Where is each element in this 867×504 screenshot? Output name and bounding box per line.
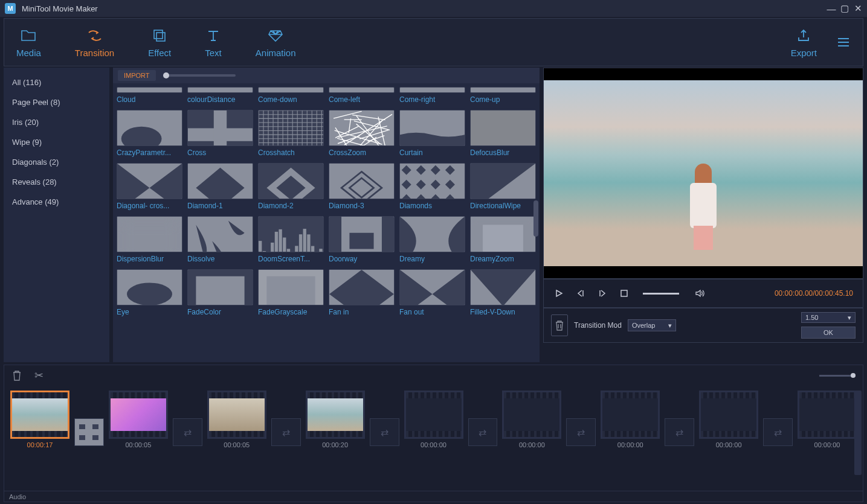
transition-item[interactable]: colourDistance	[187, 87, 253, 104]
transition-slot[interactable]: ⇄	[468, 418, 498, 446]
sidebar-item-reveals[interactable]: Reveals (28)	[4, 172, 109, 192]
transition-label: Diamond-3	[329, 202, 395, 210]
transition-label: Cross	[187, 148, 253, 157]
transition-slot[interactable]: ⇄	[370, 418, 399, 446]
audio-track-label: Audio	[4, 491, 863, 502]
timeline-clip[interactable]: 00:00:00	[601, 391, 660, 486]
prev-frame-icon[interactable]	[575, 288, 586, 299]
transition-slot[interactable]: ⇄	[271, 418, 301, 446]
grid-scrollbar[interactable]	[533, 86, 538, 351]
transition-slot[interactable]: ⇄	[173, 418, 202, 446]
transition-item[interactable]: DoomScreenT...	[258, 216, 324, 263]
timeline-clip[interactable]: 00:00:05	[109, 391, 168, 486]
transition-item[interactable]: FadeGrayscale	[258, 269, 324, 316]
transition-item[interactable]: Diamond-1	[187, 163, 253, 210]
export-button[interactable]: Export	[791, 27, 817, 58]
timeline-clip[interactable]: 00:00:05	[207, 391, 266, 486]
transition-item[interactable]: DirectionalWipe	[470, 163, 536, 210]
next-frame-icon[interactable]	[597, 288, 608, 299]
transition-item[interactable]: Diagonal- cros...	[117, 163, 182, 210]
transition-mode-select[interactable]: Overlap ▾	[628, 319, 676, 331]
transition-item[interactable]: CrossZoom	[329, 110, 395, 157]
timeline-zoom-slider[interactable]	[819, 375, 856, 377]
timeline-scrollbar[interactable]	[854, 391, 862, 475]
timeline-clip[interactable]: 00:00:00	[502, 391, 561, 486]
transition-button[interactable]: Transition	[75, 27, 114, 58]
player-controls: 00:00:00.00/00:00:45.10	[543, 279, 863, 308]
video-preview[interactable]	[543, 68, 863, 279]
effect-button[interactable]: Effect	[148, 27, 171, 58]
transition-slot[interactable]: ⇄	[566, 418, 596, 446]
transition-item[interactable]: Diamonds	[399, 163, 465, 210]
sidebar-item-iris[interactable]: Iris (20)	[4, 112, 109, 132]
volume-icon[interactable]	[695, 288, 706, 299]
transition-item[interactable]: DreamyZoom	[470, 216, 536, 263]
stop-icon[interactable]	[619, 288, 630, 299]
timeline-cut-button[interactable]: ✂	[34, 369, 44, 382]
transition-item[interactable]: Fan out	[399, 269, 465, 316]
transition-item[interactable]: Crosshatch	[258, 110, 324, 157]
transition-item[interactable]: Doorway	[329, 216, 395, 263]
maximize-icon[interactable]: ▢	[840, 4, 849, 13]
minimize-icon[interactable]: —	[827, 4, 836, 13]
sidebar-item-diagonals[interactable]: Diagonals (2)	[4, 152, 109, 172]
transition-thumbnail	[470, 163, 536, 199]
thumbnail-zoom-slider[interactable]	[163, 74, 236, 77]
svg-rect-74	[275, 232, 278, 252]
transition-label: Come-down	[258, 95, 324, 104]
sidebar-item-advance[interactable]: Advance (49)	[4, 192, 109, 212]
timeline-clip[interactable]: 00:00:17	[10, 391, 69, 486]
progress-slider[interactable]	[643, 293, 679, 295]
transition-item[interactable]: Cloud	[117, 87, 182, 104]
sidebar-item-all[interactable]: All (116)	[4, 72, 109, 92]
transition-item[interactable]: FadeColor	[187, 269, 253, 316]
clip-duration: 00:00:17	[27, 441, 53, 448]
menu-button[interactable]	[836, 34, 851, 51]
text-button[interactable]: Text	[205, 27, 222, 58]
timeline-clip[interactable]: 00:00:00	[699, 391, 758, 486]
transition-thumbnail	[117, 87, 182, 93]
svg-rect-76	[283, 238, 286, 252]
transition-item[interactable]: Dissolve	[187, 216, 253, 263]
transition-grid-panel: IMPORT CloudcolourDistanceCome-downCome-…	[113, 68, 540, 362]
transition-slot[interactable]: ⇄	[665, 418, 694, 446]
transition-item[interactable]: DispersionBlur	[117, 216, 182, 263]
transition-thumbnail	[258, 269, 324, 305]
delete-transition-button[interactable]	[551, 314, 568, 336]
animation-button[interactable]: Animation	[256, 27, 296, 58]
transition-item[interactable]: Come-right	[399, 87, 465, 104]
transition-item[interactable]: Fan in	[329, 269, 395, 316]
import-button[interactable]: IMPORT	[118, 70, 156, 81]
timeline-clip[interactable]: 00:00:00	[798, 391, 857, 486]
close-icon[interactable]: ✕	[854, 4, 862, 13]
transition-item[interactable]: CrazyParametr...	[117, 110, 182, 157]
transition-item[interactable]: Come-down	[258, 87, 324, 104]
svg-rect-0	[154, 30, 163, 39]
transition-item[interactable]: Come-up	[470, 87, 536, 104]
transition-mode-label: Transition Mod	[574, 321, 622, 330]
transition-item[interactable]: Come-left	[329, 87, 395, 104]
transition-slot[interactable]	[74, 418, 104, 446]
transition-item[interactable]: DefocusBlur	[470, 110, 536, 157]
media-button[interactable]: Media	[16, 27, 41, 58]
transition-item[interactable]: Dreamy	[399, 216, 465, 263]
transition-item[interactable]: Eye	[117, 269, 182, 316]
transition-item[interactable]: Diamond-2	[258, 163, 324, 210]
svg-rect-92	[483, 225, 523, 252]
clip-duration: 00:00:20	[322, 441, 348, 448]
duration-select[interactable]: 1.50 ▾	[801, 312, 856, 323]
transition-thumbnail	[329, 269, 395, 305]
sidebar-item-pagepeel[interactable]: Page Peel (8)	[4, 92, 109, 112]
transition-item[interactable]: Cross	[187, 110, 253, 157]
transition-item[interactable]: Curtain	[399, 110, 465, 157]
timeline-clip[interactable]: 00:00:00	[404, 391, 463, 486]
play-icon[interactable]	[553, 288, 564, 299]
transition-item[interactable]: Filled-V-Down	[470, 269, 536, 316]
timeline-delete-button[interactable]	[11, 369, 22, 381]
timeline-clip[interactable]: 00:00:20	[306, 391, 365, 486]
sidebar-item-wipe[interactable]: Wipe (9)	[4, 132, 109, 152]
transition-slot[interactable]: ⇄	[763, 418, 793, 446]
main-toolbar: Media Transition Effect Text Animation E…	[4, 18, 863, 66]
transition-item[interactable]: Diamond-3	[329, 163, 395, 210]
ok-button[interactable]: OK	[801, 327, 856, 339]
